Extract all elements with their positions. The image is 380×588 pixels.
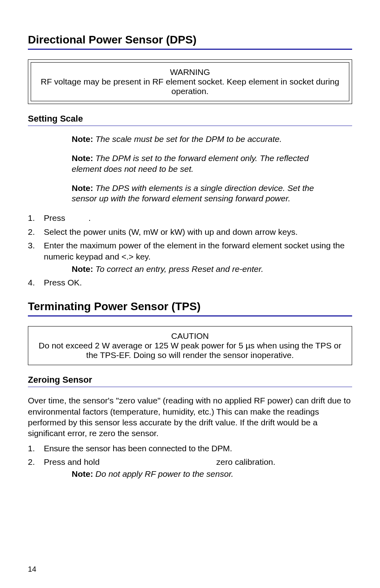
inline-note: Note: Do not apply RF power to the senso… — [72, 468, 352, 480]
step-text: Select the power units (W, mW or kW) wit… — [44, 227, 298, 236]
heading-tps: Terminating Power Sensor (TPS) — [28, 300, 352, 313]
heading-rule — [28, 49, 352, 50]
note-label: Note: — [72, 469, 93, 478]
note-body: To correct an entry, press Reset and re-… — [93, 264, 264, 273]
page-number: 14 — [28, 565, 36, 574]
step-text: Enter the maximum power of the element i… — [44, 241, 345, 261]
subheading-rule — [28, 387, 352, 387]
note-block: Note: The DPM is set to the forward elem… — [72, 153, 340, 174]
heading-dps: Directional Power Sensor (DPS) — [28, 33, 352, 46]
caution-body: Do not exceed 2 W average or 125 W peak … — [35, 341, 345, 360]
note-body: The DPM is set to the forward element on… — [72, 153, 309, 173]
warning-title: WARNING — [38, 67, 342, 77]
steps-setting-scale: Press Scale. Select the power units (W, … — [28, 212, 352, 288]
note-body: The DPS with elements is a single direct… — [72, 183, 314, 203]
step-text-hidden: Zero/Setup until the unit reads — [102, 457, 216, 466]
warning-body: RF voltage may be present in RF element … — [38, 77, 342, 96]
zeroing-paragraph: Over time, the sensor's "zero value" (re… — [28, 395, 352, 439]
subheading-rule — [28, 126, 352, 126]
step-text-hidden: Scale — [68, 213, 89, 222]
note-body: Do not apply RF power to the sensor. — [93, 469, 234, 478]
step-item: Select the power units (W, mW or kW) wit… — [28, 226, 352, 238]
note-label: Note: — [72, 183, 93, 193]
step-text-post: zero calibration. — [216, 457, 275, 466]
step-text-pre: Press and hold — [44, 457, 102, 466]
warning-box-outer: WARNING RF voltage may be present in RF … — [28, 59, 352, 104]
step-text-post: . — [88, 213, 91, 222]
note-block: Note: The DPS with elements is a single … — [72, 183, 340, 204]
note-label: Note: — [72, 153, 93, 163]
step-item: Ensure the sensor has been connected to … — [28, 443, 352, 454]
heading-rule — [28, 315, 352, 317]
caution-box: CAUTION Do not exceed 2 W average or 125… — [28, 326, 352, 365]
note-body: The scale must be set for the DPM to be … — [93, 134, 282, 144]
step-item: Press OK. — [28, 277, 352, 288]
step-item: Press Scale. — [28, 212, 352, 224]
heading-setting-scale: Setting Scale — [28, 114, 352, 124]
inline-note: Note: To correct an entry, press Reset a… — [72, 264, 352, 275]
caution-title: CAUTION — [35, 331, 345, 341]
steps-zeroing: Ensure the sensor has been connected to … — [28, 443, 352, 480]
step-item: Press and hold Zero/Setup until the unit… — [28, 456, 352, 480]
step-item: Enter the maximum power of the element i… — [28, 240, 352, 275]
note-block: Note: The scale must be set for the DPM … — [72, 134, 340, 144]
heading-zeroing-sensor: Zeroing Sensor — [28, 375, 352, 385]
note-label: Note: — [72, 264, 93, 273]
step-text: Press OK. — [44, 278, 82, 287]
step-text-pre: Press — [44, 213, 68, 222]
warning-box-inner: WARNING RF voltage may be present in RF … — [31, 62, 349, 101]
step-text: Ensure the sensor has been connected to … — [44, 444, 232, 453]
note-label: Note: — [72, 134, 93, 144]
